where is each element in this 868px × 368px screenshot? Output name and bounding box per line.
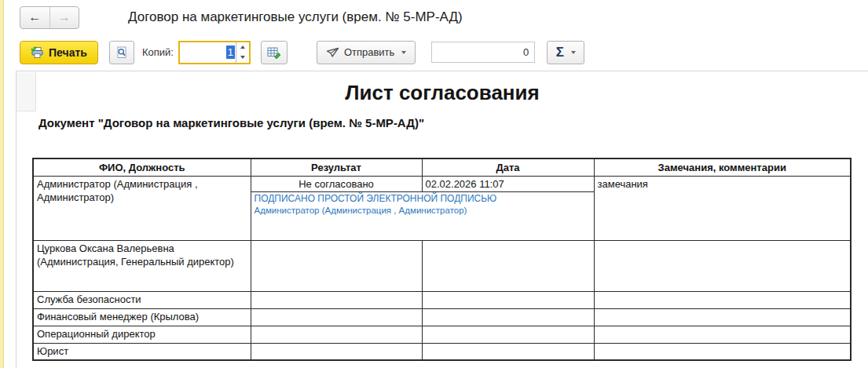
fio-cell: Юрист xyxy=(33,343,251,360)
print-preview-button[interactable] xyxy=(109,41,134,64)
comment-cell: замечания xyxy=(594,176,851,240)
table-row: Финансовый менеджер (Крылова) xyxy=(33,308,851,326)
result-cell xyxy=(251,308,422,326)
nav-history-group: ← → xyxy=(20,6,79,29)
spin-up-icon xyxy=(240,46,245,49)
approval-table: ФИО, Должность Результат Дата Замечания,… xyxy=(32,158,852,361)
copies-value: 1 xyxy=(226,46,235,59)
result-cell xyxy=(251,240,422,291)
date-cell xyxy=(422,240,594,291)
toolbar: Печать Копий: 1 xyxy=(5,35,868,70)
table-row: Юрист xyxy=(33,343,851,360)
column-header-fio: ФИО, Должность xyxy=(33,158,251,176)
table-row: Служба безопасности xyxy=(33,291,851,308)
comment-cell xyxy=(594,326,851,343)
table-row: Цуркова Оксана Валерьевна (Администрация… xyxy=(33,240,851,291)
send-button[interactable]: Отправить xyxy=(317,41,416,64)
edit-table-button[interactable] xyxy=(261,41,288,64)
signature-stamp-line: ПОДПИСАНО ПРОСТОЙ ЭЛЕКТРОННОЙ ПОДПИСЬЮ xyxy=(255,193,591,206)
copies-label: Копий: xyxy=(142,46,174,58)
spin-up-button[interactable] xyxy=(236,42,249,53)
signature-cell: ПОДПИСАНО ПРОСТОЙ ЭЛЕКТРОННОЙ ПОДПИСЬЮ А… xyxy=(251,191,594,240)
signature-signer-line: Администратор (Администрация , Администр… xyxy=(255,205,591,217)
sheet-subtitle: Документ "Договор на маркетинговые услуг… xyxy=(38,116,424,129)
sum-caret-icon xyxy=(571,51,576,54)
table-row: Операционный директор xyxy=(33,326,851,343)
result-cell xyxy=(251,343,422,360)
side-panel-strip xyxy=(0,0,4,368)
spin-buttons xyxy=(236,42,249,63)
send-plane-icon xyxy=(326,47,339,58)
table-row: Администратор (Администрация , Администр… xyxy=(33,176,851,191)
spin-down-button[interactable] xyxy=(236,53,249,63)
print-button[interactable]: Печать xyxy=(20,41,98,64)
preview-icon xyxy=(115,46,128,59)
date-cell xyxy=(422,326,594,343)
copies-input[interactable]: 1 xyxy=(180,42,236,63)
comment-cell xyxy=(594,308,851,326)
sum-button[interactable]: Σ xyxy=(547,41,584,64)
document-area: Лист согласования Документ "Договор на м… xyxy=(16,71,868,368)
date-cell: 02.02.2026 11:07 xyxy=(422,176,594,191)
send-button-label: Отправить xyxy=(344,46,394,58)
comment-cell xyxy=(594,343,851,360)
fio-cell: Цуркова Оксана Валерьевна (Администрация… xyxy=(33,240,251,291)
result-cell: Не согласовано xyxy=(251,176,422,191)
window-title: Договор на маркетинговые услуги (врем. №… xyxy=(128,9,463,25)
comment-cell xyxy=(594,240,851,291)
sigma-icon: Σ xyxy=(556,46,564,59)
sheet-title: Лист согласования xyxy=(16,81,868,105)
spin-down-icon xyxy=(240,56,245,59)
fio-cell: Администратор (Администрация , Администр… xyxy=(33,176,251,240)
printer-icon xyxy=(31,46,44,59)
result-cell xyxy=(251,291,422,308)
fio-cell: Служба безопасности xyxy=(33,291,251,308)
forward-button[interactable]: → xyxy=(50,7,79,28)
column-header-comment: Замечания, комментарии xyxy=(594,158,851,176)
fio-cell: Финансовый менеджер (Крылова) xyxy=(33,308,251,326)
header-row: ФИО, Должность Результат Дата Замечания,… xyxy=(33,158,851,176)
fio-cell: Операционный директор xyxy=(33,326,251,343)
table-edit-icon xyxy=(267,46,281,59)
titlebar: ← → Договор на маркетинговые услуги (вре… xyxy=(5,0,868,35)
date-cell xyxy=(422,291,594,308)
result-cell xyxy=(251,326,422,343)
copies-spinner: 1 xyxy=(178,41,251,64)
date-cell xyxy=(422,308,594,326)
back-button[interactable]: ← xyxy=(20,7,50,28)
column-header-date: Дата xyxy=(422,158,594,176)
comment-cell xyxy=(594,291,851,308)
counter-input[interactable]: 0 xyxy=(431,42,535,63)
date-cell xyxy=(422,343,594,360)
send-caret-icon xyxy=(401,51,406,54)
print-button-label: Печать xyxy=(49,46,87,59)
column-header-result: Результат xyxy=(251,158,422,176)
